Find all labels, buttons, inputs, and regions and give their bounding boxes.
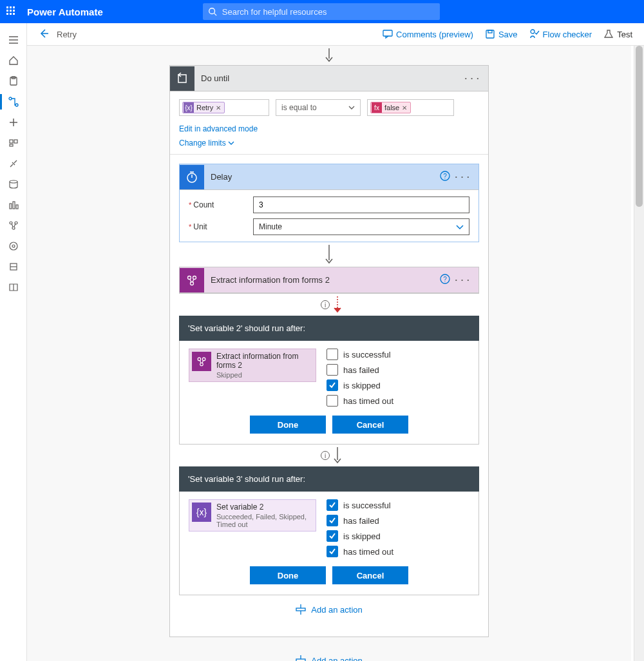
nav-monitor[interactable] [0, 195, 27, 215]
do-until-menu[interactable]: · · · [462, 73, 482, 83]
svg-point-50 [200, 363, 204, 366]
count-input[interactable] [253, 196, 469, 213]
nav-learn[interactable] [0, 277, 27, 298]
test-button[interactable]: Test [603, 29, 632, 39]
search-input[interactable] [222, 7, 440, 17]
done-button[interactable]: Done [250, 566, 326, 584]
error-connector-arrow [334, 294, 341, 316]
save-button[interactable]: Save [485, 29, 518, 39]
done-button[interactable]: Done [250, 416, 326, 434]
nav-process[interactable] [0, 236, 27, 256]
loop-icon [170, 66, 194, 91]
flow-checker-button[interactable]: Flow checker [529, 29, 592, 39]
help-icon[interactable]: ? [440, 171, 450, 183]
run-after-1-body: Extract information from forms 2Skipped … [179, 341, 479, 445]
delay-title: Delay [204, 172, 440, 182]
svg-line-44 [193, 279, 194, 282]
remove-token-icon[interactable]: ✕ [216, 104, 221, 111]
help-icon[interactable]: ? [440, 274, 450, 286]
condition-operator-select[interactable]: is equal to [276, 99, 361, 116]
svg-point-19 [10, 180, 17, 183]
scrollbar-thumb[interactable] [636, 46, 643, 207]
ai-builder-icon [192, 352, 211, 371]
extract-title: Extract information from forms 2 [204, 275, 440, 285]
vertical-scrollbar[interactable] [634, 46, 644, 661]
check-timedout[interactable]: has timed out [327, 395, 393, 407]
svg-line-26 [12, 224, 13, 227]
extract-card: Extract information from forms 2 ? · · · [179, 267, 479, 294]
condition-left-input[interactable]: {x}Retry✕ [179, 99, 269, 116]
connector-arrow [334, 445, 341, 466]
info-icon[interactable]: i [321, 300, 330, 309]
do-until-card: Do until · · · {x}Retry✕ is equal to fxf… [169, 65, 489, 637]
nav-create[interactable] [0, 112, 27, 133]
unit-select[interactable]: Minute [253, 218, 469, 235]
condition-right-input[interactable]: fxfalse✕ [367, 99, 454, 116]
svg-point-49 [202, 358, 205, 361]
svg-rect-54 [296, 608, 305, 611]
remove-token-icon[interactable]: ✕ [402, 104, 407, 111]
cancel-button[interactable]: Cancel [332, 416, 408, 434]
check-failed[interactable]: has failed [327, 515, 393, 526]
cancel-button[interactable]: Cancel [332, 566, 408, 584]
flow-name[interactable]: Retry [57, 30, 77, 39]
left-nav [0, 23, 27, 661]
nav-flows[interactable] [0, 91, 27, 112]
chevron-down-icon [228, 140, 234, 146]
change-limits-link[interactable]: Change limits [179, 139, 479, 148]
nav-data[interactable] [0, 174, 27, 195]
nav-connectors[interactable] [0, 153, 27, 174]
add-action-button[interactable]: Add an action [179, 595, 479, 629]
add-action-button[interactable]: Add an action [169, 637, 489, 661]
delay-header[interactable]: Delay ? · · · [180, 164, 478, 190]
count-label: Count [189, 200, 253, 209]
check-skipped[interactable]: is skipped [327, 530, 393, 542]
svg-line-43 [190, 279, 191, 282]
nav-home[interactable] [0, 50, 27, 71]
check-failed[interactable]: has failed [327, 364, 393, 376]
run-after-2-header: 'Set variable 3' should run after: [179, 466, 479, 492]
info-icon[interactable]: i [321, 451, 330, 460]
extract-header[interactable]: Extract information from forms 2 ? · · · [180, 267, 478, 293]
edit-advanced-link[interactable]: Edit in advanced mode [179, 124, 258, 133]
command-bar: Retry Comments (preview) Save Flow check… [0, 23, 644, 46]
run-after-source: Extract information from forms 2Skipped [189, 349, 316, 382]
svg-rect-16 [10, 140, 13, 143]
nav-templates[interactable] [0, 133, 27, 153]
comments-button[interactable]: Comments (preview) [383, 29, 473, 39]
run-after-2-body: {x} Set variable 2Succeeded, Failed, Ski… [179, 492, 479, 595]
svg-rect-22 [16, 205, 18, 209]
svg-point-40 [188, 276, 191, 279]
app-launcher-icon[interactable] [6, 6, 17, 17]
delay-menu[interactable]: · · · [453, 172, 472, 182]
nav-solutions[interactable] [0, 256, 27, 277]
expression-token[interactable]: fxfalse✕ [370, 102, 411, 113]
svg-line-1 [214, 14, 216, 16]
check-successful[interactable]: is successful [327, 349, 393, 360]
svg-rect-18 [10, 144, 13, 146]
nav-hamburger[interactable] [0, 30, 27, 50]
unit-label: Unit [189, 222, 253, 231]
extract-menu[interactable]: · · · [453, 275, 472, 285]
check-timedout[interactable]: has timed out [327, 546, 393, 557]
designer-canvas[interactable]: Do until · · · {x}Retry✕ is equal to fxf… [27, 46, 631, 661]
do-until-header[interactable]: Do until · · · [170, 66, 488, 91]
svg-line-52 [202, 360, 204, 363]
variable-token[interactable]: {x}Retry✕ [182, 102, 225, 113]
check-successful[interactable]: is successful [327, 499, 393, 511]
svg-point-6 [531, 30, 535, 34]
check-skipped[interactable]: is skipped [327, 379, 393, 391]
svg-point-25 [12, 227, 15, 229]
svg-point-41 [193, 276, 196, 279]
nav-approvals[interactable] [0, 71, 27, 91]
nav-ai[interactable] [0, 215, 27, 236]
run-after-source: {x} Set variable 2Succeeded, Failed, Ski… [189, 499, 316, 532]
search-box[interactable] [203, 3, 440, 20]
ai-builder-icon [180, 268, 204, 292]
run-after-checks: is successful has failed is skipped has … [327, 499, 393, 557]
svg-rect-21 [13, 202, 15, 209]
svg-line-51 [200, 360, 201, 363]
timer-icon [180, 165, 204, 189]
back-button[interactable] [39, 28, 49, 41]
svg-point-0 [209, 8, 215, 14]
